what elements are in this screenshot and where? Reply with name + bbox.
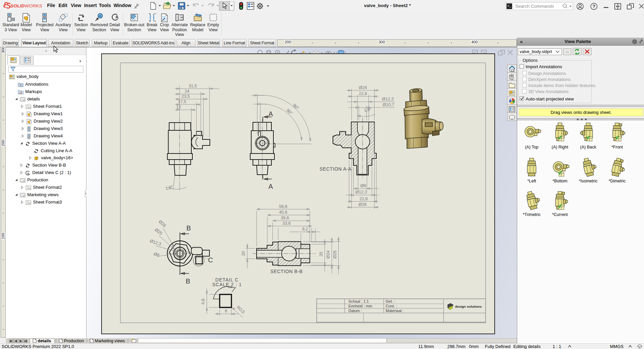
svg-text:Ø26: Ø26 [358, 202, 367, 207]
svg-text:39,6: 39,6 [281, 215, 289, 220]
svg-text:56,6: 56,6 [279, 204, 288, 209]
svg-text:31,5: 31,5 [189, 83, 197, 88]
svg-text:R0,5: R0,5 [236, 305, 246, 314]
svg-text:SECTION A-A: SECTION A-A [319, 166, 351, 172]
svg-text:Ø24: Ø24 [359, 85, 367, 90]
svg-text:Ø12,3: Ø12,3 [382, 96, 393, 101]
svg-text:20: 20 [241, 251, 246, 256]
svg-text:Ø8: Ø8 [153, 251, 160, 258]
svg-text:Ø8: Ø8 [361, 183, 366, 188]
svg-text:Get. :: Get. : [386, 299, 395, 303]
svg-text:design solutions: design solutions [455, 305, 482, 308]
svg-text:Materiaal :: Materiaal : [386, 309, 404, 313]
svg-text:Cont. :: Cont. : [386, 304, 397, 308]
svg-text:1,8°: 1,8° [165, 184, 173, 191]
svg-text:Ø12,3: Ø12,3 [149, 238, 162, 246]
svg-text:Ø10,7: Ø10,7 [383, 102, 394, 107]
svg-text:20: 20 [318, 252, 324, 257]
svg-text:Eenheid : mm: Eenheid : mm [348, 304, 372, 308]
svg-text:Ø24: Ø24 [326, 251, 331, 259]
svg-text:22,8: 22,8 [359, 196, 368, 201]
svg-text:22,8: 22,8 [359, 91, 367, 96]
svg-text:24: 24 [185, 89, 189, 94]
svg-text:6: 6 [225, 308, 227, 313]
svg-text:Datum :: Datum : [348, 309, 362, 313]
svg-text:12: 12 [176, 104, 181, 110]
svg-text:45,6: 45,6 [279, 210, 288, 215]
svg-text:C: C [208, 256, 213, 264]
svg-text:90°: 90° [286, 108, 294, 116]
svg-text:B: B [186, 277, 190, 285]
svg-text:17,5: 17,5 [178, 99, 186, 104]
svg-text:A: A [115, 14, 119, 19]
svg-text:23,5: 23,5 [182, 94, 190, 99]
svg-text:A: A [268, 110, 273, 118]
svg-text:1,8°: 1,8° [364, 107, 372, 113]
svg-text:33,6: 33,6 [282, 221, 291, 226]
svg-text:9,2: 9,2 [302, 226, 308, 231]
svg-text:Ø12,3: Ø12,3 [355, 189, 367, 194]
svg-text:A: A [268, 183, 273, 190]
svg-text:SECTION B-B: SECTION B-B [270, 269, 303, 274]
svg-text:Ø26: Ø26 [158, 219, 167, 228]
svg-text:A: A [27, 172, 29, 175]
svg-text:A: A [20, 84, 22, 87]
svg-text:Ø25: Ø25 [154, 227, 163, 236]
svg-text:4,8: 4,8 [200, 299, 205, 304]
svg-text:?: ? [593, 4, 596, 9]
svg-text:90°: 90° [292, 103, 300, 111]
svg-text:B: B [186, 224, 191, 232]
svg-text:Schaal : 1:1: Schaal : 1:1 [348, 299, 369, 303]
svg-text:Ø26: Ø26 [332, 251, 337, 259]
